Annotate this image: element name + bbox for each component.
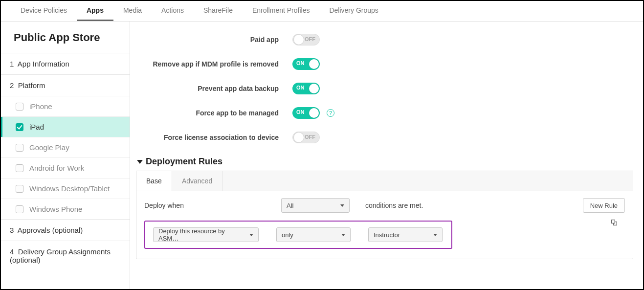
tab-apps[interactable]: Apps: [77, 1, 113, 21]
checkbox-icon[interactable]: [16, 123, 23, 131]
main-content: Paid app OFF Remove app if MDM profile i…: [130, 22, 643, 289]
deployment-rule-row: Deploy this resource by ASM… only Instru…: [144, 221, 452, 249]
sidebar: Public App Store 1 App Information 2 Pla…: [1, 22, 130, 289]
checkbox-icon[interactable]: [16, 144, 23, 152]
tab-sharefile[interactable]: ShareFile: [194, 1, 243, 21]
step-platform[interactable]: 2 Platform: [1, 74, 130, 96]
setting-label: Prevent app data backup: [136, 85, 292, 92]
deployment-rules-header[interactable]: Deployment Rules: [137, 156, 633, 167]
setting-label: Remove app if MDM profile is removed: [136, 60, 292, 68]
step-app-information[interactable]: 1 App Information: [1, 53, 130, 74]
rules-tabs: Base Advanced: [136, 171, 633, 191]
toggle-force-managed[interactable]: ON: [292, 107, 320, 119]
tab-media[interactable]: Media: [113, 1, 152, 21]
sidebar-item-label: iPhone: [29, 102, 52, 111]
export-icon[interactable]: [610, 219, 618, 226]
deploy-when-dropdown[interactable]: All: [281, 198, 350, 213]
chevron-down-icon: [249, 234, 253, 236]
platform-google-play[interactable]: Google Play: [1, 137, 130, 157]
checkbox-icon[interactable]: [16, 185, 23, 193]
setting-paid-app: Paid app OFF: [136, 27, 633, 52]
rule-value-dropdown[interactable]: Instructor: [368, 227, 443, 242]
tab-device-policies[interactable]: Device Policies: [11, 1, 77, 21]
caret-down-icon: [137, 160, 143, 164]
checkbox-icon[interactable]: [16, 103, 23, 111]
section-title: Deployment Rules: [146, 156, 222, 167]
platform-windows-desktop-tablet[interactable]: Windows Desktop/Tablet: [1, 178, 130, 199]
platform-iphone[interactable]: iPhone: [1, 96, 130, 116]
setting-force-managed: Force app to be managed ON ?: [136, 101, 633, 125]
deployment-rules-box: Base Advanced Deploy when All conditions…: [136, 171, 633, 259]
conditions-met-text: conditions are met.: [365, 201, 423, 209]
rule-operator-dropdown[interactable]: only: [276, 227, 351, 242]
sidebar-item-label: Windows Desktop/Tablet: [29, 184, 110, 193]
sidebar-item-label: iPad: [29, 123, 44, 131]
sidebar-item-label: Android for Work: [29, 164, 84, 172]
checkbox-icon[interactable]: [16, 205, 23, 213]
deploy-when-label: Deploy when: [144, 201, 188, 209]
toggle-remove-app-mdm[interactable]: ON: [292, 58, 320, 70]
rule-field-dropdown[interactable]: Deploy this resource by ASM…: [153, 227, 259, 242]
page-title: Public App Store: [1, 22, 130, 53]
help-icon[interactable]: ?: [327, 109, 334, 117]
tab-advanced[interactable]: Advanced: [172, 171, 222, 191]
setting-label: Force license association to device: [136, 134, 292, 141]
setting-label: Force app to be managed: [136, 109, 292, 117]
deploy-when-row: Deploy when All conditions are met. New …: [144, 198, 625, 213]
sidebar-item-label: Google Play: [29, 143, 69, 152]
top-nav: Device Policies Apps Media Actions Share…: [1, 1, 643, 22]
tab-actions[interactable]: Actions: [152, 1, 194, 21]
step-delivery-group-assignments[interactable]: 4 Delivery Group Assignments (optional): [1, 241, 130, 270]
sidebar-item-label: Windows Phone: [29, 205, 82, 213]
setting-remove-app-mdm: Remove app if MDM profile is removed ON: [136, 52, 633, 76]
step-approvals[interactable]: 3 Approvals (optional): [1, 219, 130, 241]
checkbox-icon[interactable]: [16, 164, 23, 172]
tab-delivery-groups[interactable]: Delivery Groups: [319, 1, 388, 21]
platform-android-for-work[interactable]: Android for Work: [1, 157, 130, 178]
toggle-force-license[interactable]: OFF: [292, 132, 320, 143]
chevron-down-icon: [340, 204, 344, 207]
setting-label: Paid app: [136, 36, 292, 44]
chevron-down-icon: [433, 234, 437, 236]
tab-base[interactable]: Base: [136, 171, 172, 191]
setting-force-license: Force license association to device OFF: [136, 125, 633, 150]
toggle-paid-app[interactable]: OFF: [292, 34, 320, 45]
setting-prevent-backup: Prevent app data backup ON: [136, 76, 633, 101]
tab-enrollment-profiles[interactable]: Enrollment Profiles: [243, 1, 320, 21]
platform-ipad[interactable]: iPad: [1, 116, 130, 137]
new-rule-button[interactable]: New Rule: [583, 198, 625, 213]
platform-windows-phone[interactable]: Windows Phone: [1, 199, 130, 219]
toggle-prevent-backup[interactable]: ON: [292, 83, 320, 94]
chevron-down-icon: [341, 234, 345, 236]
rules-body: Deploy when All conditions are met. New …: [136, 191, 633, 259]
